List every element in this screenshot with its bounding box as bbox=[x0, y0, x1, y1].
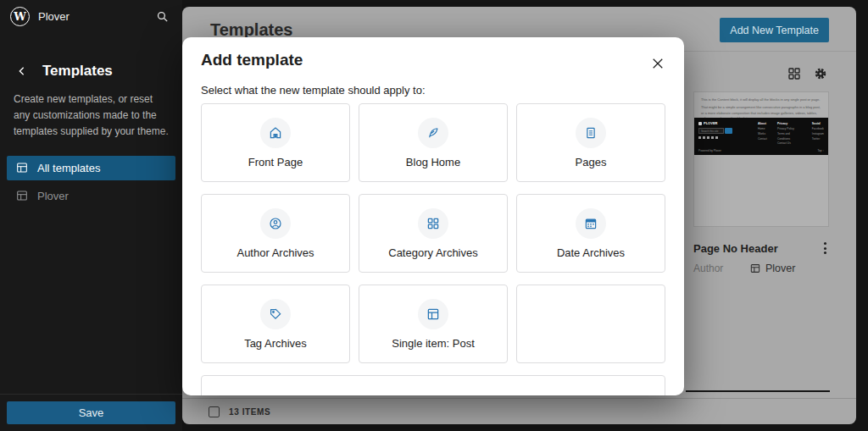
sidebar-item-all-templates[interactable]: All templates bbox=[7, 156, 175, 180]
template-option-category-archives[interactable]: Category Archives bbox=[359, 194, 508, 273]
preview-footer-column: About Home Works Contact bbox=[758, 121, 767, 152]
sidebar: W Plover Templates Create new templates,… bbox=[0, 0, 182, 431]
modal-subtitle: Select what the new template should appl… bbox=[201, 84, 426, 97]
preview-social-icons bbox=[698, 136, 751, 139]
template-icon bbox=[15, 161, 29, 174]
author-icon bbox=[260, 208, 291, 239]
preview-footer-column: Social Facebook Instagram Twitter bbox=[812, 121, 824, 152]
sidebar-header: W Plover bbox=[0, 0, 182, 32]
tag-icon bbox=[260, 299, 291, 329]
template-option-blog-home[interactable]: Blog Home bbox=[359, 103, 508, 182]
list-divider bbox=[686, 390, 830, 392]
sidebar-item-label: All templates bbox=[37, 162, 100, 174]
template-preview-card[interactable]: This is the Content block, it will displ… bbox=[693, 91, 829, 227]
template-options-grid: Front Page Blog Home Pages bbox=[201, 103, 665, 395]
site-name: Plover bbox=[38, 10, 70, 23]
add-new-template-button[interactable]: Add New Template bbox=[720, 18, 829, 42]
gear-icon[interactable] bbox=[813, 66, 828, 81]
sidebar-description: Create new templates, or reset any custo… bbox=[0, 81, 182, 141]
quill-icon bbox=[418, 118, 448, 148]
sidebar-title: Templates bbox=[42, 63, 113, 80]
template-option-tag-archives[interactable]: Tag Archives bbox=[201, 285, 350, 363]
add-template-modal: Add template Select what the new templat… bbox=[182, 37, 684, 395]
template-option-pages[interactable]: Pages bbox=[516, 103, 665, 182]
select-all-checkbox[interactable] bbox=[209, 406, 220, 417]
preview-footer: PLOVER Search this site About Home Works… bbox=[694, 118, 828, 155]
template-option-author-archives[interactable]: Author Archives bbox=[201, 194, 350, 273]
preview-search-bar: Search this site bbox=[698, 128, 751, 134]
calendar-icon bbox=[576, 208, 606, 239]
search-icon[interactable] bbox=[152, 6, 172, 26]
template-option-spacer bbox=[516, 285, 665, 363]
sidebar-item-plover[interactable]: Plover bbox=[7, 184, 175, 208]
items-count: 13 ITEMS bbox=[229, 407, 270, 417]
preview-footer-logo: PLOVER bbox=[698, 121, 751, 125]
sidebar-item-label: Plover bbox=[37, 190, 69, 202]
grid-view-icon[interactable] bbox=[787, 66, 802, 81]
template-option-front-page[interactable]: Front Page bbox=[201, 103, 350, 182]
author-label: Author bbox=[693, 262, 749, 274]
save-button[interactable]: Save bbox=[7, 401, 175, 424]
post-template-icon bbox=[418, 299, 448, 329]
category-grid-icon bbox=[418, 208, 448, 239]
preview-footer-column: Privacy Privacy Policy Terms and Conditi… bbox=[777, 121, 802, 152]
template-option-partial[interactable] bbox=[201, 375, 665, 395]
pages-icon bbox=[576, 118, 606, 148]
sidebar-nav: All templates Plover bbox=[0, 156, 182, 208]
author-value: Plover bbox=[749, 262, 795, 274]
home-icon bbox=[260, 118, 291, 148]
kebab-menu-icon[interactable] bbox=[821, 239, 830, 257]
preview-search-button bbox=[725, 128, 732, 134]
template-option-single-post[interactable]: Single item: Post bbox=[359, 285, 508, 363]
template-icon bbox=[749, 262, 761, 274]
template-name[interactable]: Page No Header bbox=[693, 242, 778, 255]
wordpress-logo-icon[interactable]: W bbox=[10, 7, 30, 26]
close-icon[interactable] bbox=[647, 52, 669, 75]
items-footer-bar: 13 ITEMS bbox=[182, 398, 856, 424]
template-icon bbox=[15, 189, 29, 202]
modal-title: Add template bbox=[201, 51, 303, 69]
template-option-date-archives[interactable]: Date Archives bbox=[516, 194, 665, 273]
back-chevron-icon[interactable] bbox=[12, 61, 32, 81]
view-controls bbox=[787, 66, 828, 81]
